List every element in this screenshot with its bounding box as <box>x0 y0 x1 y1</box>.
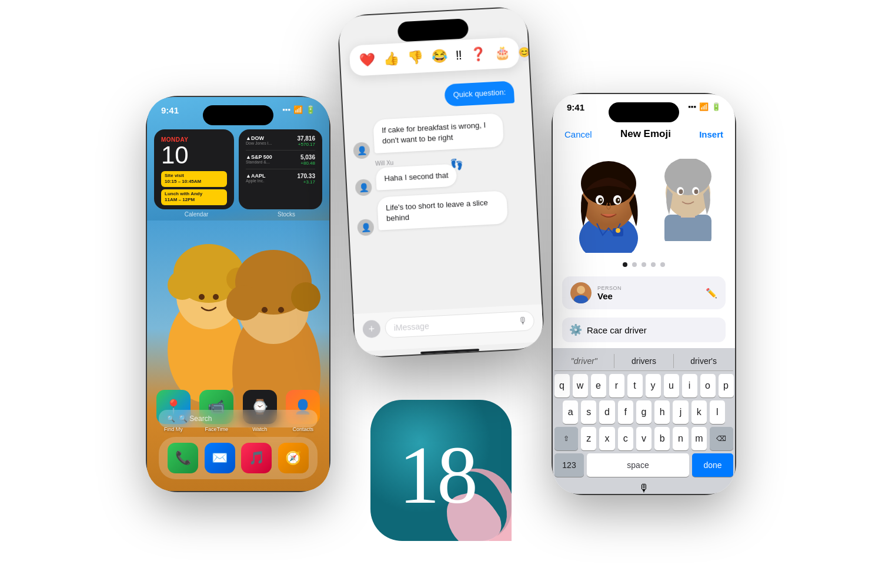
mic-row: 🎙 <box>554 480 733 494</box>
key-h[interactable]: h <box>654 400 670 424</box>
key-z[interactable]: z <box>581 427 596 450</box>
dock-phone[interactable]: 📞 <box>168 443 198 473</box>
stock-change-1: +570.17 <box>297 142 315 147</box>
reaction-thumbsup[interactable]: 👍 <box>383 51 399 66</box>
dynamic-island-3 <box>609 102 679 122</box>
stock-change-2: +80.48 <box>300 161 315 166</box>
phone1: 9:41 ▪▪▪ 📶 🔋 MONDAY 10 <box>147 97 329 491</box>
widgets-row: MONDAY 10 Site visit 10:15 – 10:45AM Lun… <box>154 129 322 209</box>
key-v[interactable]: v <box>636 427 652 450</box>
signal-icon: ▪▪▪ <box>282 105 290 114</box>
stock-row-2: ▲S&P 500 Standard &... 5,036 +80.48 <box>246 154 315 169</box>
person-edit-button[interactable]: ✏️ <box>706 288 717 299</box>
stock-row-1: ▲DOW Dow Jones I... 37,816 +570.17 <box>246 135 315 151</box>
widget-labels: Calendar Stocks <box>154 211 322 218</box>
key-g[interactable]: g <box>636 400 652 424</box>
suggestion-1[interactable]: "driver" <box>554 354 614 368</box>
reaction-more[interactable]: 😊 <box>518 42 531 62</box>
key-y[interactable]: y <box>646 374 661 397</box>
widget-stocks[interactable]: ▲DOW Dow Jones I... 37,816 +570.17 <box>239 129 322 209</box>
svg-point-33 <box>664 159 711 195</box>
nav-title: New Emoji <box>620 128 671 140</box>
phone1-screen: 9:41 ▪▪▪ 📶 🔋 MONDAY 10 <box>147 97 329 491</box>
reaction-thumbsdown[interactable]: 👎 <box>407 49 423 65</box>
reaction-question[interactable]: ❓ <box>470 46 486 62</box>
reaction-exclaim[interactable]: ‼️ <box>455 48 462 64</box>
key-o[interactable]: o <box>700 374 716 397</box>
dock-safari[interactable]: 🧭 <box>278 443 309 473</box>
keyboard: "driver" drivers driver's q w e r t y <box>553 348 735 494</box>
key-r[interactable]: r <box>609 374 624 397</box>
key-w[interactable]: w <box>573 374 588 397</box>
message-bubble-quick-question: Quick question: <box>445 81 514 106</box>
nav-cancel[interactable]: Cancel <box>564 129 592 139</box>
svg-point-29 <box>616 228 620 233</box>
search-bar[interactable]: 🔍 🔍 Search <box>159 410 318 427</box>
key-a[interactable]: a <box>563 400 578 424</box>
key-shift[interactable]: ⇧ <box>554 427 578 450</box>
stock-sub-1: Dow Jones I... <box>246 141 272 145</box>
text-input-row[interactable]: ⚙️ Race car driver <box>562 318 726 342</box>
search-icon: 🔍 <box>167 415 175 423</box>
cal-event2: Lunch with Andy 11AM – 12PM <box>161 189 227 205</box>
stock-price-2: 5,036 <box>300 154 315 161</box>
suggestion-2[interactable]: drivers <box>614 354 674 368</box>
reaction-cake[interactable]: 🎂 <box>494 45 510 61</box>
key-q[interactable]: q <box>554 374 570 397</box>
key-x[interactable]: x <box>599 427 614 450</box>
emoji-page-dots <box>623 262 665 267</box>
emoji-figure-alt[interactable] <box>659 159 717 241</box>
nav-insert[interactable]: Insert <box>699 129 723 139</box>
key-t[interactable]: t <box>627 374 643 397</box>
key-numbers[interactable]: 123 <box>554 453 584 477</box>
phone3: 9:41 ▪▪▪ 📶 🔋 Cancel New Emoji Insert <box>553 94 735 494</box>
key-k[interactable]: k <box>691 400 707 424</box>
keyboard-mic-icon[interactable]: 🎙 <box>639 482 649 494</box>
status-time-1: 9:41 <box>161 105 179 115</box>
key-n[interactable]: n <box>673 427 688 450</box>
key-p[interactable]: p <box>719 374 734 397</box>
key-l[interactable]: l <box>710 400 725 424</box>
mic-icon[interactable]: 🎙 <box>518 316 528 327</box>
key-row-4: 123 space done <box>554 453 733 477</box>
suggestion-3[interactable]: driver's <box>674 354 733 368</box>
svg-point-7 <box>213 294 219 300</box>
text-input-value[interactable]: Race car driver <box>587 325 719 335</box>
widget-calendar[interactable]: MONDAY 10 Site visit 10:15 – 10:45AM Lun… <box>154 129 234 209</box>
key-space[interactable]: space <box>587 453 689 477</box>
dock-music[interactable]: 🎵 <box>241 443 272 473</box>
key-d[interactable]: d <box>599 400 614 424</box>
key-done[interactable]: done <box>692 453 733 477</box>
dot-1 <box>623 262 627 267</box>
svg-point-27 <box>618 199 620 201</box>
imessage-input[interactable]: iMessage 🎙 <box>385 310 534 338</box>
svg-point-26 <box>600 199 602 201</box>
dynamic-island-1 <box>203 105 273 125</box>
key-m[interactable]: m <box>691 427 707 450</box>
key-s[interactable]: s <box>581 400 596 424</box>
cal-event2-time: 11AM – 12PM <box>165 197 223 203</box>
message-bubble-slice: Life's too short to leave a slice behind <box>377 191 508 230</box>
dock-mail[interactable]: ✉️ <box>205 443 235 473</box>
emoji-figures <box>570 159 717 253</box>
svg-rect-30 <box>664 215 711 241</box>
emoji-figure-main[interactable] <box>570 159 647 253</box>
reaction-haha[interactable]: 😂 <box>431 48 447 64</box>
cal-event1-time: 10:15 – 10:45AM <box>165 179 223 185</box>
scene: 9:41 ▪▪▪ 📶 🔋 MONDAY 10 <box>0 0 882 588</box>
cal-event1-name: Site visit <box>165 173 223 179</box>
svg-text:18: 18 <box>399 429 475 520</box>
key-u[interactable]: u <box>664 374 679 397</box>
key-e[interactable]: e <box>591 374 606 397</box>
ios18-icon: 18 <box>370 400 512 541</box>
key-delete[interactable]: ⌫ <box>710 427 733 450</box>
reaction-heart[interactable]: ❤️ <box>359 52 375 68</box>
svg-point-39 <box>577 286 585 294</box>
stock-row-3: ▲AAPL Apple Inc. 170.33 +3.17 <box>246 173 315 188</box>
key-b[interactable]: b <box>654 427 670 450</box>
key-c[interactable]: c <box>618 427 633 450</box>
input-plus-button[interactable]: + <box>362 320 381 339</box>
key-j[interactable]: j <box>673 400 688 424</box>
key-i[interactable]: i <box>682 374 697 397</box>
key-f[interactable]: f <box>618 400 633 424</box>
